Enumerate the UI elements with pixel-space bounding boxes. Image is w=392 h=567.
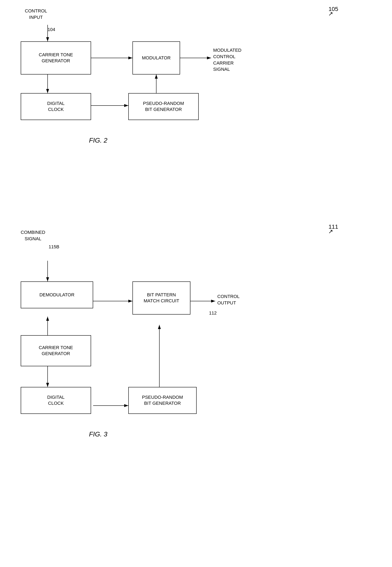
pseudo-random-bit-gen-box: PSEUDO-RANDOMBIT GENERATOR xyxy=(128,93,199,120)
control-output-ref: 112 xyxy=(209,310,217,316)
digital-clock-box: DIGITALCLOCK xyxy=(21,93,91,120)
fig3-arrow-indicator: ↗ xyxy=(328,228,333,235)
combined-signal-label: COMBINEDSIGNAL xyxy=(21,229,45,242)
fig2-caption: FIG. 2 xyxy=(89,137,107,144)
demodulator-box: DEMODULATOR xyxy=(21,281,93,308)
modulator-box: MODULATOR xyxy=(132,41,180,74)
bit-pattern-match-box: BIT PATTERNMATCH CIRCUIT xyxy=(132,281,190,315)
fig3-caption: FIG. 3 xyxy=(89,430,107,438)
carrier-tone-generator-box: CARRIER TONEGENERATOR xyxy=(21,41,91,74)
control-input-label: CONTROLINPUT xyxy=(25,8,47,21)
diagram-container: 105 ↗ CONTROLINPUT 104 201 CARRIER TONEG… xyxy=(0,0,392,567)
control-input-ref: 104 xyxy=(48,27,55,32)
digital-clock2-box: DIGITALCLOCK xyxy=(21,387,91,414)
pseudo-random-bit-gen2-box: PSEUDO-RANDOMBIT GENERATOR xyxy=(128,387,197,414)
combined-signal-ref: 115B xyxy=(49,244,59,249)
modulated-signal-label: MODULATEDCONTROLCARRIERSIGNAL xyxy=(213,47,241,73)
carrier-tone-generator2-box: CARRIER TONEGENERATOR xyxy=(21,335,91,366)
control-output-label: CONTROLOUTPUT xyxy=(217,293,240,306)
fig2-arrow-indicator: ↗ xyxy=(328,10,333,17)
